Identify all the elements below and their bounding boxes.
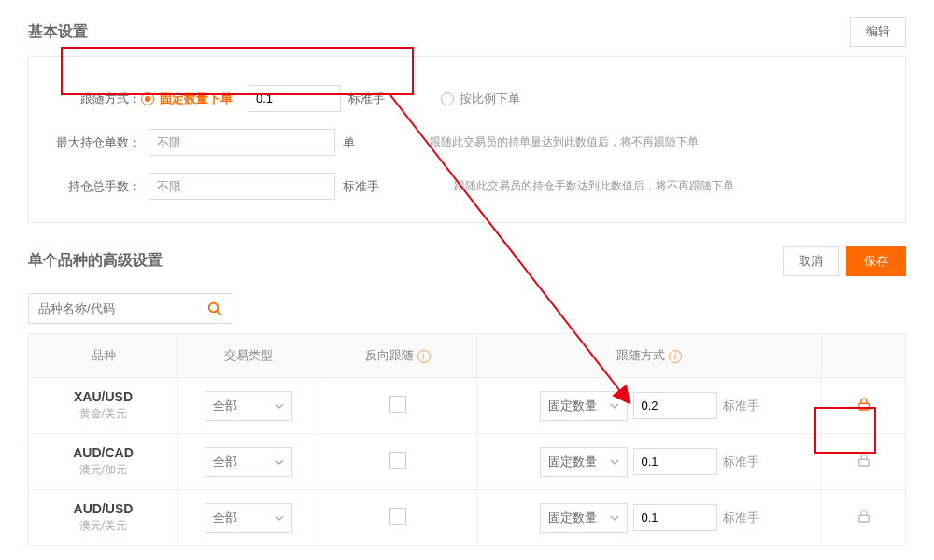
search-button[interactable] (197, 294, 233, 323)
table-row: AUD/USD澳元/美元全部固定数量标准手 (29, 490, 906, 546)
max-position-hint: 跟随此交易员的持单量达到此数值后，将不再跟随下单 (430, 134, 699, 150)
symbol-search[interactable] (28, 293, 234, 324)
svg-line-1 (217, 311, 221, 315)
radio-icon (441, 92, 454, 105)
chevron-down-icon (610, 513, 619, 523)
th-trade-type: 交易类型 (178, 334, 318, 378)
svg-rect-2 (858, 403, 869, 410)
svg-rect-3 (858, 459, 869, 466)
basic-settings-title: 基本设置 (28, 22, 88, 42)
basic-settings-panel: 跟随方式： 固定数量下单 标准手 按比例下单 最大持仓单数： 单 跟随此交易员的… (28, 56, 906, 223)
symbol-name: 黄金/美元 (36, 406, 170, 422)
trade-type-select[interactable]: 全部 (205, 447, 292, 477)
reverse-follow-checkbox[interactable] (389, 508, 406, 525)
fixed-qty-input[interactable] (248, 85, 341, 112)
search-icon (206, 301, 223, 317)
max-position-unit: 单 (343, 134, 355, 151)
table-row: XAU/USD黄金/美元全部固定数量标准手 (29, 378, 906, 434)
follow-type-select[interactable]: 固定数量 (540, 503, 628, 533)
std-lot-unit: 标准手 (348, 91, 385, 107)
fixed-qty-radio-label: 固定数量下单 (160, 91, 233, 107)
th-reverse: 反向跟随i (318, 334, 477, 378)
total-lots-input[interactable] (149, 173, 335, 200)
symbol-name: 澳元/美元 (36, 518, 170, 534)
total-lots-unit: 标准手 (343, 178, 379, 195)
follow-type-select[interactable]: 固定数量 (540, 391, 628, 421)
total-lots-hint: 跟随此交易员的持仓手数达到此数值后，将不再跟随下单 (454, 178, 734, 194)
ratio-radio[interactable]: 按比例下单 (441, 91, 520, 107)
symbol-name: 澳元/加元 (36, 462, 170, 478)
save-button[interactable]: 保存 (846, 246, 906, 276)
info-icon[interactable]: i (417, 350, 431, 363)
svg-rect-4 (858, 515, 869, 522)
edit-button[interactable]: 编辑 (850, 17, 906, 47)
chevron-down-icon (275, 401, 284, 411)
chevron-down-icon (610, 401, 619, 411)
lock-icon[interactable] (856, 508, 872, 527)
trade-type-select[interactable]: 全部 (205, 503, 292, 533)
symbol-table: 品种 交易类型 反向跟随i 跟随方式i XAU/USD黄金/美元全部固定数量标准… (28, 333, 906, 546)
follow-unit: 标准手 (723, 454, 759, 470)
reverse-follow-checkbox[interactable] (389, 452, 406, 469)
symbol-code: XAU/USD (36, 389, 170, 404)
chevron-down-icon (610, 457, 619, 467)
follow-qty-input[interactable] (633, 392, 717, 419)
follow-qty-input[interactable] (633, 448, 717, 475)
max-position-label: 最大持仓单数： (48, 134, 141, 151)
follow-mode-label: 跟随方式： (48, 91, 141, 107)
trade-type-select[interactable]: 全部 (205, 391, 292, 421)
th-follow: 跟随方式i (477, 334, 822, 378)
table-row: AUD/CAD澳元/加元全部固定数量标准手 (29, 434, 906, 490)
svg-point-0 (209, 302, 219, 312)
symbol-code: AUD/USD (36, 501, 170, 516)
advanced-settings-title: 单个品种的高级设置 (28, 251, 163, 271)
fixed-qty-radio[interactable]: 固定数量下单 (141, 91, 233, 107)
ratio-radio-label: 按比例下单 (460, 91, 520, 107)
radio-icon (141, 92, 154, 105)
th-symbol: 品种 (29, 334, 178, 378)
chevron-down-icon (275, 513, 284, 523)
chevron-down-icon (275, 457, 284, 467)
total-lots-label: 持仓总手数： (48, 178, 141, 195)
follow-type-select[interactable]: 固定数量 (540, 447, 628, 477)
follow-qty-input[interactable] (633, 504, 717, 531)
lock-icon[interactable] (856, 396, 872, 415)
follow-unit: 标准手 (723, 398, 759, 414)
max-position-input[interactable] (149, 129, 335, 156)
search-input[interactable] (29, 294, 197, 323)
th-lock (822, 334, 906, 378)
cancel-button[interactable]: 取消 (783, 246, 839, 276)
reverse-follow-checkbox[interactable] (389, 396, 406, 413)
follow-unit: 标准手 (723, 510, 759, 526)
lock-icon[interactable] (856, 452, 872, 471)
info-icon[interactable]: i (669, 350, 682, 363)
symbol-code: AUD/CAD (36, 445, 170, 460)
